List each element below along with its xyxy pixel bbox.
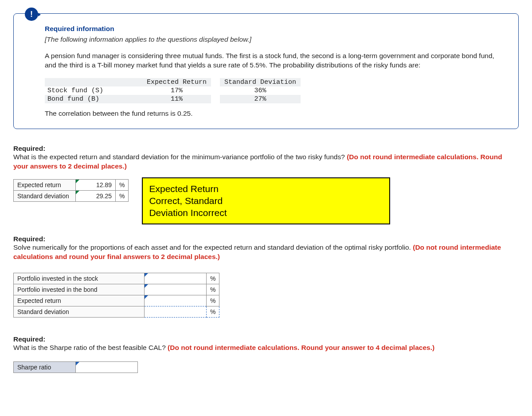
percent-unit: % [207, 273, 219, 284]
question-2-text: Solve numerically for the proportions of… [13, 243, 519, 262]
percent-unit: % [207, 306, 219, 318]
sharpe-ratio-input[interactable] [76, 362, 138, 373]
required-information-box: ! Required information [The following in… [13, 13, 519, 129]
question-3-text: What is the Sharpe ratio of the best fea… [13, 343, 519, 353]
percent-unit: % [207, 284, 219, 295]
percent-unit: % [116, 179, 129, 190]
required-label: Required: [13, 145, 519, 153]
row-label-expected-return: Expected return [14, 179, 76, 190]
question-1-text: What is the expected return and standard… [13, 153, 519, 171]
portfolio-stock-input[interactable] [145, 273, 207, 284]
alert-icon: ! [25, 8, 38, 21]
answer-table-q2: Portfolio invested in the stock % Portfo… [13, 273, 219, 318]
question-instruction: (Do not round intermediate calculations.… [168, 344, 434, 351]
question-plain: Solve numerically for the proportions of… [13, 243, 413, 251]
answer-table-q3: Sharpe ratio [13, 361, 138, 373]
question-plain: What is the expected return and standard… [13, 153, 347, 161]
percent-unit: % [116, 190, 129, 201]
percent-unit: % [207, 295, 219, 306]
question-plain: What is the Sharpe ratio of the best fea… [13, 344, 168, 351]
fund-name: Stock fund (S) [45, 86, 142, 95]
required-information-heading: Required information [45, 25, 503, 33]
applies-note: [The following information applies to th… [45, 35, 503, 43]
required-label: Required: [13, 235, 519, 243]
hint-triangle-icon [145, 295, 148, 299]
hint-triangle-icon [76, 180, 79, 183]
col-header-standard-deviation: Standard Deviation [220, 78, 301, 86]
standard-deviation-input[interactable]: 29.25 [76, 190, 116, 201]
required-label: Required: [13, 335, 519, 343]
hint-triangle-icon [145, 284, 148, 288]
row-label: Portfolio invested in the bond [14, 284, 145, 295]
standard-deviation-input[interactable] [145, 306, 207, 318]
feedback-callout: Expected Return Correct, Standard Deviat… [142, 177, 390, 224]
distribution-table: Expected Return Standard Deviation Stock… [45, 78, 301, 103]
hint-triangle-icon [76, 191, 79, 194]
fund-name: Bond fund (B) [45, 95, 142, 103]
hint-triangle-icon [145, 273, 148, 277]
hint-triangle-icon [76, 362, 79, 365]
fund-expected-return: 11% [142, 95, 211, 103]
row-label: Expected return [14, 295, 145, 306]
row-label: Portfolio invested in the stock [14, 273, 145, 284]
answer-table-q1: Expected return 12.89 % Standard deviati… [13, 179, 129, 202]
expected-return-input[interactable] [145, 295, 207, 306]
fund-standard-deviation: 36% [220, 86, 301, 95]
row-label-standard-deviation: Standard deviation [14, 190, 76, 201]
correlation-text: The correlation between the fund returns… [45, 110, 503, 118]
portfolio-bond-input[interactable] [145, 284, 207, 295]
col-header-expected-return: Expected Return [142, 78, 211, 86]
fund-expected-return: 17% [142, 86, 211, 95]
expected-return-input[interactable]: 12.89 [76, 179, 116, 190]
row-label-sharpe: Sharpe ratio [14, 362, 76, 373]
fund-standard-deviation: 27% [220, 95, 301, 103]
row-label: Standard deviation [14, 306, 145, 318]
problem-statement: A pension fund manager is considering th… [45, 51, 503, 70]
